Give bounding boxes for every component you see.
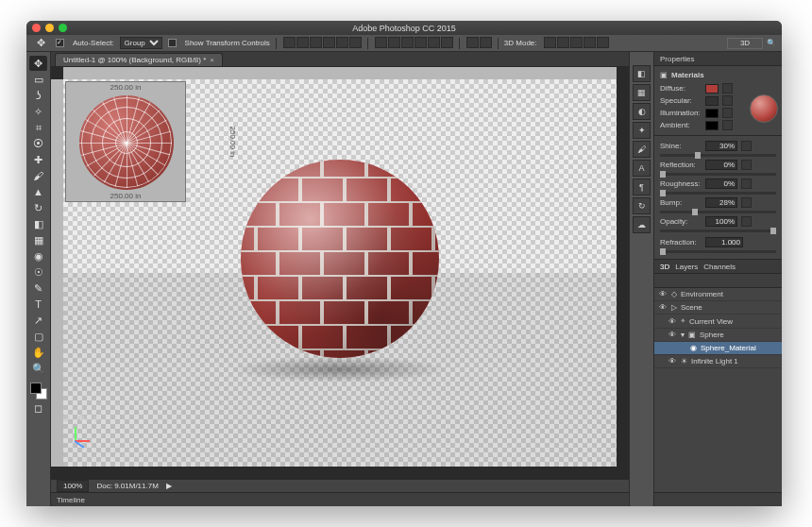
auto-select-dropdown[interactable]: Group bbox=[120, 37, 162, 49]
diffuse-swatch[interactable] bbox=[705, 84, 719, 94]
visibility-icon[interactable]: 👁 bbox=[668, 357, 677, 366]
adjustments-panel-icon[interactable]: ◐ bbox=[633, 103, 651, 120]
visibility-icon[interactable]: 👁 bbox=[658, 290, 668, 298]
align-icons[interactable] bbox=[282, 37, 362, 50]
scene-row-light[interactable]: 👁☀Infinite Light 1 bbox=[654, 355, 782, 368]
app-title: Adobe Photoshop CC 2015 bbox=[26, 24, 782, 33]
tab-channels[interactable]: Channels bbox=[703, 263, 736, 271]
zoom-tool[interactable]: 🔍 bbox=[29, 361, 47, 376]
refraction-input[interactable]: 1.000 bbox=[705, 237, 743, 247]
diffuse-menu-icon[interactable] bbox=[722, 83, 733, 94]
canvas[interactable]: 250.00 in 250.00 in 250.00 in 250.00 in … bbox=[63, 79, 617, 467]
status-bar: 100% Doc: 9.01M/11.7M ▶ bbox=[51, 479, 629, 492]
color-panel-icon[interactable]: ◧ bbox=[633, 65, 651, 82]
scene-row-scene[interactable]: 👁▷Scene bbox=[654, 301, 782, 314]
wand-tool[interactable]: ✧ bbox=[29, 104, 47, 119]
reflection-menu-icon[interactable] bbox=[741, 160, 752, 170]
eraser-tool[interactable]: ◧ bbox=[29, 216, 47, 231]
reflection-slider[interactable] bbox=[660, 173, 776, 176]
heal-tool[interactable]: ✚ bbox=[29, 152, 47, 167]
timeline-label: Timeline bbox=[57, 496, 85, 504]
zoom-icon[interactable] bbox=[59, 24, 67, 32]
status-arrow-icon[interactable]: ▶ bbox=[166, 482, 172, 490]
shape-tool[interactable]: ▢ bbox=[29, 329, 47, 344]
specular-menu-icon[interactable] bbox=[722, 95, 733, 106]
marquee-tool[interactable]: ▭ bbox=[29, 72, 47, 87]
roughness-slider[interactable] bbox=[660, 192, 776, 195]
distribute-icons[interactable] bbox=[374, 37, 453, 50]
opacity-slider[interactable] bbox=[660, 230, 776, 232]
lasso-tool[interactable]: ʖ bbox=[29, 88, 47, 103]
illumination-menu-icon[interactable] bbox=[722, 108, 733, 118]
brush-tool[interactable]: 🖌 bbox=[29, 168, 47, 183]
pen-tool[interactable]: ✎ bbox=[29, 280, 47, 296]
specular-swatch[interactable] bbox=[705, 96, 719, 106]
3d-mode-icons[interactable] bbox=[543, 37, 609, 50]
character-panel-icon[interactable]: A bbox=[633, 160, 651, 177]
shine-menu-icon[interactable] bbox=[741, 141, 752, 151]
swatches-panel-icon[interactable]: ▦ bbox=[633, 84, 651, 101]
gradient-tool[interactable]: ▦ bbox=[29, 232, 47, 247]
tab-3d[interactable]: 3D bbox=[660, 263, 669, 271]
arrange-icons[interactable] bbox=[465, 37, 492, 50]
eyedropper-tool[interactable]: ⦿ bbox=[29, 136, 47, 151]
history-brush-tool[interactable]: ↻ bbox=[29, 200, 47, 215]
quickmask-icon[interactable]: ◻ bbox=[29, 400, 47, 416]
scene-row-material[interactable]: ◉Sphere_Material bbox=[654, 342, 782, 355]
search-icon[interactable]: 🔍 bbox=[767, 39, 776, 47]
scene-row-sphere[interactable]: 👁▾▣Sphere bbox=[654, 329, 782, 342]
path-tool[interactable]: ↗ bbox=[29, 313, 47, 328]
brushes-panel-icon[interactable]: 🖌 bbox=[633, 141, 651, 158]
roughness-input[interactable]: 0% bbox=[705, 178, 737, 189]
history-panel-icon[interactable]: ↻ bbox=[633, 197, 651, 214]
roughness-menu-icon[interactable] bbox=[741, 178, 752, 189]
titlebar: Adobe Photoshop CC 2015 bbox=[26, 21, 782, 35]
ambient-menu-icon[interactable] bbox=[722, 120, 733, 130]
uv-preview[interactable]: 250.00 in 250.00 in 250.00 in 250.00 in bbox=[65, 81, 186, 202]
color-swatches[interactable] bbox=[30, 382, 47, 400]
scene-row-environment[interactable]: 👁◇Environment bbox=[654, 288, 782, 301]
move-tool[interactable]: ✥ bbox=[29, 56, 47, 71]
3d-scene-tree: 👁◇Environment 👁▷Scene 👁⌖Current View 👁▾▣… bbox=[654, 288, 782, 492]
visibility-icon[interactable]: 👁 bbox=[658, 303, 668, 312]
bump-input[interactable]: 28% bbox=[705, 197, 737, 208]
type-tool[interactable]: T bbox=[29, 297, 47, 312]
timeline-panel[interactable]: Timeline bbox=[51, 492, 629, 506]
3d-workspace-button[interactable]: 3D bbox=[727, 38, 763, 49]
close-tab-icon[interactable]: × bbox=[210, 56, 214, 64]
illumination-swatch[interactable] bbox=[705, 109, 719, 118]
blur-tool[interactable]: ◉ bbox=[29, 248, 47, 264]
reflection-input[interactable]: 0% bbox=[705, 160, 737, 170]
shine-slider[interactable] bbox=[660, 154, 776, 157]
document-tab[interactable]: Untitled-1 @ 100% (Background, RGB/8) * … bbox=[55, 53, 223, 66]
close-icon[interactable] bbox=[32, 24, 41, 32]
stamp-tool[interactable]: ▲ bbox=[29, 184, 47, 199]
dodge-tool[interactable]: ☉ bbox=[29, 264, 47, 280]
doc-size: Doc: 9.01M/11.7M bbox=[96, 482, 158, 490]
scene-row-view[interactable]: 👁⌖Current View bbox=[654, 314, 782, 329]
panels-footer bbox=[654, 492, 782, 506]
visibility-icon[interactable]: 👁 bbox=[668, 331, 677, 339]
refraction-slider[interactable] bbox=[660, 250, 776, 253]
styles-panel-icon[interactable]: ✦ bbox=[633, 122, 651, 139]
show-transform-checkbox[interactable] bbox=[168, 39, 177, 47]
ruler-horizontal[interactable] bbox=[63, 67, 617, 79]
opacity-input[interactable]: 100% bbox=[705, 216, 737, 227]
visibility-icon[interactable]: 👁 bbox=[668, 317, 677, 326]
paragraph-panel-icon[interactable]: ¶ bbox=[633, 178, 651, 196]
ambient-swatch[interactable] bbox=[705, 121, 719, 130]
properties-tab[interactable]: Properties bbox=[654, 52, 782, 66]
sphere-mesh[interactable] bbox=[241, 160, 439, 358]
opacity-menu-icon[interactable] bbox=[741, 216, 752, 227]
material-preview[interactable] bbox=[750, 94, 778, 123]
minimize-icon[interactable] bbox=[45, 24, 54, 32]
crop-tool[interactable]: ⌗ bbox=[29, 120, 47, 135]
zoom-field[interactable]: 100% bbox=[57, 480, 89, 492]
bump-slider[interactable] bbox=[660, 211, 776, 213]
auto-select-checkbox[interactable] bbox=[56, 39, 64, 47]
libraries-panel-icon[interactable]: ☁ bbox=[633, 216, 651, 233]
shine-input[interactable]: 30% bbox=[705, 141, 737, 151]
hand-tool[interactable]: ✋ bbox=[29, 345, 47, 360]
bump-menu-icon[interactable] bbox=[741, 197, 752, 208]
tab-layers[interactable]: Layers bbox=[675, 263, 698, 271]
